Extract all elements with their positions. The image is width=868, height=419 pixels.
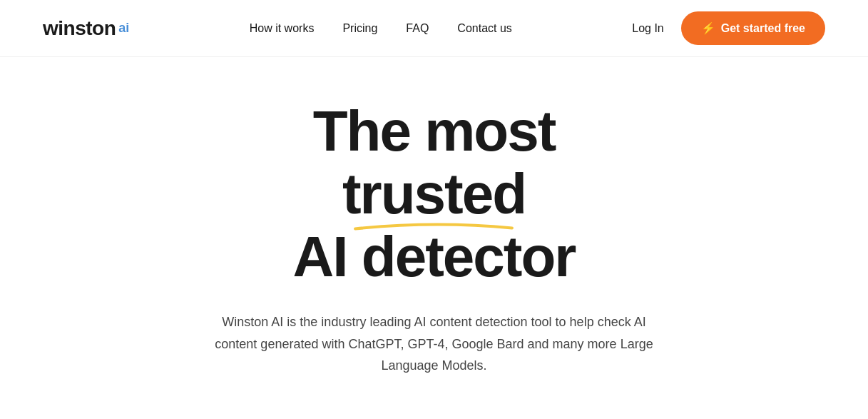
- hero-title-line3: AI detector: [293, 225, 576, 288]
- nav-faq[interactable]: FAQ: [406, 22, 429, 35]
- main-nav: How it works Pricing FAQ Contact us: [250, 22, 512, 35]
- logo-text: winston: [43, 17, 116, 40]
- cta-button[interactable]: ⚡ Get started free: [681, 11, 825, 45]
- login-link[interactable]: Log In: [632, 22, 663, 35]
- hero-subtitle: Winston AI is the industry leading AI co…: [213, 311, 655, 377]
- underline-decoration: [352, 221, 516, 233]
- logo-ai-label: ai: [118, 21, 129, 36]
- header-actions: Log In ⚡ Get started free: [632, 11, 825, 45]
- hero-section: The most trusted AI detector Winston AI …: [0, 57, 868, 405]
- cta-label: Get started free: [721, 22, 805, 35]
- hero-title-line1: The most: [313, 99, 556, 163]
- logo[interactable]: winston ai: [43, 17, 129, 40]
- hero-title: The most trusted AI detector: [293, 100, 576, 288]
- bolt-icon: ⚡: [701, 21, 715, 35]
- nav-contact[interactable]: Contact us: [457, 22, 511, 35]
- hero-title-line2: trusted: [342, 163, 526, 226]
- nav-pricing[interactable]: Pricing: [342, 22, 377, 35]
- site-header: winston ai How it works Pricing FAQ Cont…: [0, 0, 868, 57]
- nav-how-it-works[interactable]: How it works: [250, 22, 315, 35]
